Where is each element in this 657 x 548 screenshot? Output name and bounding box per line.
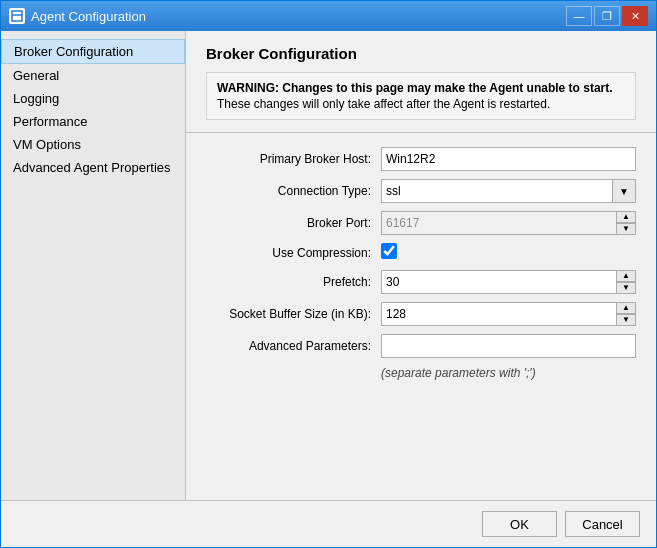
spinner-wrapper-socket-buffer-size: ▲ ▼ [381, 302, 636, 326]
window-title: Agent Configuration [31, 9, 146, 24]
label-advanced-parameters: Advanced Parameters: [206, 339, 381, 353]
cancel-button[interactable]: Cancel [565, 511, 640, 537]
field-use-compression [381, 243, 636, 262]
select-wrapper-connection-type: ssl tcp http ▼ [381, 179, 636, 203]
main-header: Broker Configuration WARNING: Changes to… [186, 31, 656, 133]
title-bar-left: Agent Configuration [9, 8, 146, 24]
page-title: Broker Configuration [206, 45, 636, 62]
prefetch-down[interactable]: ▼ [616, 282, 636, 294]
prefetch-input[interactable] [381, 270, 636, 294]
broker-port-up[interactable]: ▲ [616, 211, 636, 223]
label-primary-broker-host: Primary Broker Host: [206, 152, 381, 166]
sidebar-item-performance[interactable]: Performance [1, 110, 185, 133]
label-use-compression: Use Compression: [206, 246, 381, 260]
socket-buffer-size-up[interactable]: ▲ [616, 302, 636, 314]
field-connection-type: ssl tcp http ▼ [381, 179, 636, 203]
sidebar-item-logging[interactable]: Logging [1, 87, 185, 110]
form-area: Primary Broker Host: Connection Type: ss… [186, 133, 656, 500]
label-connection-type: Connection Type: [206, 184, 381, 198]
footer: OK Cancel [1, 500, 656, 547]
row-prefetch: Prefetch: ▲ ▼ [206, 270, 636, 294]
field-socket-buffer-size: ▲ ▼ [381, 302, 636, 326]
prefetch-up[interactable]: ▲ [616, 270, 636, 282]
row-advanced-parameters: Advanced Parameters: [206, 334, 636, 358]
connection-type-select[interactable]: ssl tcp http [381, 179, 636, 203]
svg-rect-0 [12, 11, 22, 21]
spinner-wrapper-broker-port: ▲ ▼ [381, 211, 636, 235]
row-broker-port: Broker Port: ▲ ▼ [206, 211, 636, 235]
use-compression-checkbox[interactable] [381, 243, 397, 259]
prefetch-spinners: ▲ ▼ [616, 270, 636, 294]
socket-buffer-size-spinners: ▲ ▼ [616, 302, 636, 326]
restore-button[interactable]: ❐ [594, 6, 620, 26]
minimize-button[interactable]: — [566, 6, 592, 26]
primary-broker-host-input[interactable] [381, 147, 636, 171]
row-primary-broker-host: Primary Broker Host: [206, 147, 636, 171]
advanced-parameters-input[interactable] [381, 334, 636, 358]
warning-sub: These changes will only take affect afte… [217, 97, 625, 111]
title-bar-controls: — ❐ ✕ [566, 6, 648, 26]
row-use-compression: Use Compression: [206, 243, 636, 262]
field-broker-port: ▲ ▼ [381, 211, 636, 235]
label-prefetch: Prefetch: [206, 275, 381, 289]
row-socket-buffer-size: Socket Buffer Size (in KB): ▲ ▼ [206, 302, 636, 326]
sidebar-item-advanced-agent-properties[interactable]: Advanced Agent Properties [1, 156, 185, 179]
ok-button[interactable]: OK [482, 511, 557, 537]
warning-box: WARNING: Changes to this page may make t… [206, 72, 636, 120]
field-advanced-parameters [381, 334, 636, 358]
spinner-wrapper-prefetch: ▲ ▼ [381, 270, 636, 294]
row-connection-type: Connection Type: ssl tcp http ▼ [206, 179, 636, 203]
app-icon [9, 8, 25, 24]
sidebar: Broker Configuration General Logging Per… [1, 31, 186, 500]
socket-buffer-size-down[interactable]: ▼ [616, 314, 636, 326]
hint-text: (separate parameters with ';') [206, 366, 636, 380]
close-button[interactable]: ✕ [622, 6, 648, 26]
field-primary-broker-host [381, 147, 636, 171]
title-bar: Agent Configuration — ❐ ✕ [1, 1, 656, 31]
main-content: Broker Configuration WARNING: Changes to… [186, 31, 656, 500]
field-prefetch: ▲ ▼ [381, 270, 636, 294]
warning-bold: WARNING: Changes to this page may make t… [217, 81, 625, 95]
label-socket-buffer-size: Socket Buffer Size (in KB): [206, 307, 381, 321]
content-area: Broker Configuration General Logging Per… [1, 31, 656, 500]
socket-buffer-size-input[interactable] [381, 302, 636, 326]
sidebar-item-vm-options[interactable]: VM Options [1, 133, 185, 156]
sidebar-item-broker-configuration[interactable]: Broker Configuration [1, 39, 185, 64]
broker-port-input[interactable] [381, 211, 636, 235]
broker-port-spinners: ▲ ▼ [616, 211, 636, 235]
sidebar-item-general[interactable]: General [1, 64, 185, 87]
main-window: Agent Configuration — ❐ ✕ Broker Configu… [0, 0, 657, 548]
broker-port-down[interactable]: ▼ [616, 223, 636, 235]
label-broker-port: Broker Port: [206, 216, 381, 230]
